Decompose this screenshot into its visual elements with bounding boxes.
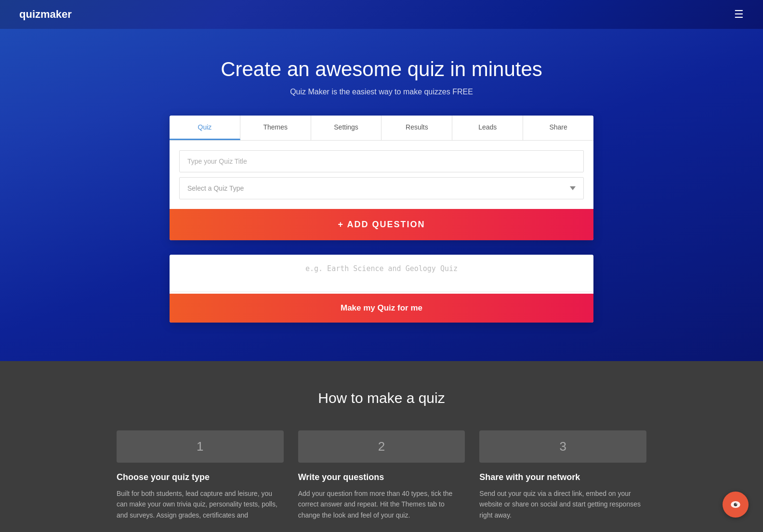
tab-settings[interactable]: Settings [311, 116, 382, 140]
hero-title: Create an awesome quiz in minutes [10, 58, 753, 81]
logo-prefix: quiz [19, 8, 40, 20]
step-number-1: 1 [117, 430, 284, 463]
how-title: How to make a quiz [19, 390, 744, 406]
chat-widget[interactable] [723, 492, 749, 518]
tab-results[interactable]: Results [382, 116, 452, 140]
step-number-3: 3 [479, 430, 646, 463]
main-card: Quiz Themes Settings Results Leads Share… [170, 116, 593, 240]
step-3: 3 Share with your network Send out your … [479, 430, 646, 520]
tab-share[interactable]: Share [523, 116, 593, 140]
steps-grid: 1 Choose your quiz type Built for both s… [117, 430, 646, 520]
hamburger-icon[interactable]: ☰ [734, 9, 744, 20]
how-section: How to make a quiz 1 Choose your quiz ty… [0, 361, 763, 532]
quiz-type-select[interactable]: Select a Quiz Type [179, 177, 584, 199]
ai-card: Make my Quiz for me [170, 255, 593, 323]
step-desc-1: Built for both students, lead capture an… [117, 488, 284, 520]
hero-section: Create an awesome quiz in minutes Quiz M… [0, 29, 763, 361]
header: quizmaker ☰ [0, 0, 763, 29]
svg-point-1 [734, 503, 737, 506]
make-quiz-button[interactable]: Make my Quiz for me [170, 294, 593, 323]
quiz-form: Select a Quiz Type [170, 141, 593, 209]
tab-themes[interactable]: Themes [240, 116, 311, 140]
step-number-2: 2 [298, 430, 465, 463]
step-heading-3: Share with your network [479, 472, 646, 482]
step-heading-2: Write your questions [298, 472, 465, 482]
step-desc-3: Send out your quiz via a direct link, em… [479, 488, 646, 520]
quiz-title-input[interactable] [179, 150, 584, 172]
step-1: 1 Choose your quiz type Built for both s… [117, 430, 284, 520]
logo[interactable]: quizmaker [19, 8, 72, 21]
tab-leads[interactable]: Leads [452, 116, 523, 140]
ai-quiz-input[interactable] [170, 255, 593, 292]
step-desc-2: Add your question from more than 40 type… [298, 488, 465, 520]
add-question-button[interactable]: + ADD QUESTION [170, 209, 593, 240]
step-heading-1: Choose your quiz type [117, 472, 284, 482]
tab-quiz[interactable]: Quiz [170, 116, 240, 140]
svg-point-2 [736, 504, 737, 505]
hero-subtitle: Quiz Maker is the easiest way to make qu… [10, 88, 753, 96]
step-2: 2 Write your questions Add your question… [298, 430, 465, 520]
tabs-bar: Quiz Themes Settings Results Leads Share [170, 116, 593, 141]
logo-suffix: maker [40, 8, 72, 20]
